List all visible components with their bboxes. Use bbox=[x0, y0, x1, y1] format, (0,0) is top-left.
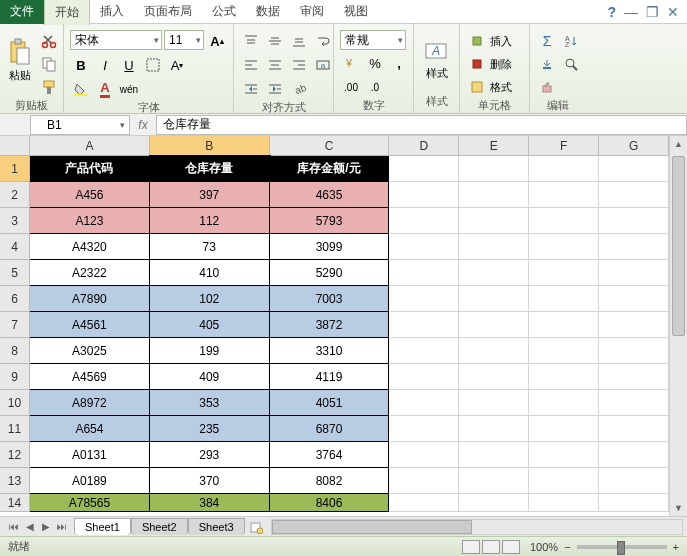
fill-button[interactable] bbox=[536, 53, 558, 75]
copy-button[interactable] bbox=[38, 53, 60, 75]
cell-D4[interactable] bbox=[389, 234, 459, 260]
cell-G6[interactable] bbox=[599, 286, 669, 312]
row-header-14[interactable]: 14 bbox=[0, 494, 30, 512]
col-header-F[interactable]: F bbox=[529, 136, 599, 156]
cell-F12[interactable] bbox=[529, 442, 599, 468]
clear-button[interactable] bbox=[536, 76, 558, 98]
name-box[interactable]: B1 bbox=[30, 115, 130, 135]
tab-页面布局[interactable]: 页面布局 bbox=[134, 0, 202, 25]
sheet-nav-0[interactable]: ⏮ bbox=[6, 521, 22, 532]
cell-D14[interactable] bbox=[389, 494, 459, 512]
cell-B4[interactable]: 73 bbox=[150, 234, 270, 260]
cell-E14[interactable] bbox=[459, 494, 529, 512]
cell-G1[interactable] bbox=[599, 156, 669, 182]
align-middle-button[interactable] bbox=[264, 30, 286, 52]
decrease-decimal-button[interactable]: .0 bbox=[364, 76, 386, 98]
cell-B10[interactable]: 353 bbox=[150, 390, 270, 416]
cell-B14[interactable]: 384 bbox=[150, 494, 270, 512]
cell-C4[interactable]: 3099 bbox=[270, 234, 390, 260]
font-size-select[interactable]: 11 bbox=[164, 30, 204, 50]
fx-icon[interactable]: fx bbox=[130, 118, 156, 132]
cell-C5[interactable]: 5290 bbox=[270, 260, 390, 286]
close-icon[interactable]: ✕ bbox=[667, 4, 679, 20]
view-normal-button[interactable] bbox=[462, 540, 480, 554]
row-header-3[interactable]: 3 bbox=[0, 208, 30, 234]
col-header-E[interactable]: E bbox=[459, 136, 529, 156]
view-pagebreak-button[interactable] bbox=[502, 540, 520, 554]
find-button[interactable] bbox=[560, 53, 582, 75]
col-header-D[interactable]: D bbox=[389, 136, 459, 156]
tab-file[interactable]: 文件 bbox=[0, 0, 44, 24]
cell-E1[interactable] bbox=[459, 156, 529, 182]
cell-F11[interactable] bbox=[529, 416, 599, 442]
col-header-B[interactable]: B bbox=[150, 136, 270, 156]
cell-C7[interactable]: 3872 bbox=[270, 312, 390, 338]
cell-B7[interactable]: 405 bbox=[150, 312, 270, 338]
cell-C11[interactable]: 6870 bbox=[270, 416, 390, 442]
cell-F8[interactable] bbox=[529, 338, 599, 364]
zoom-in-button[interactable]: + bbox=[673, 541, 679, 553]
cell-C6[interactable]: 7003 bbox=[270, 286, 390, 312]
cell-F10[interactable] bbox=[529, 390, 599, 416]
cell-D9[interactable] bbox=[389, 364, 459, 390]
row-header-1[interactable]: 1 bbox=[0, 156, 30, 182]
formula-input[interactable]: 仓库存量 bbox=[156, 115, 687, 135]
cell-A4[interactable]: A4320 bbox=[30, 234, 150, 260]
cell-D2[interactable] bbox=[389, 182, 459, 208]
align-right-button[interactable] bbox=[288, 54, 310, 76]
font-color-button[interactable]: A bbox=[94, 78, 116, 100]
cell-B12[interactable]: 293 bbox=[150, 442, 270, 468]
cell-C10[interactable]: 4051 bbox=[270, 390, 390, 416]
sheet-nav-1[interactable]: ◀ bbox=[22, 521, 38, 532]
cell-A13[interactable]: A0189 bbox=[30, 468, 150, 494]
cell-G10[interactable] bbox=[599, 390, 669, 416]
cell-B6[interactable]: 102 bbox=[150, 286, 270, 312]
cell-D6[interactable] bbox=[389, 286, 459, 312]
cell-G11[interactable] bbox=[599, 416, 669, 442]
cell-C2[interactable]: 4635 bbox=[270, 182, 390, 208]
cell-D8[interactable] bbox=[389, 338, 459, 364]
cell-C3[interactable]: 5793 bbox=[270, 208, 390, 234]
cell-G5[interactable] bbox=[599, 260, 669, 286]
underline-button[interactable]: U bbox=[118, 54, 140, 76]
row-header-9[interactable]: 9 bbox=[0, 364, 30, 390]
tab-插入[interactable]: 插入 bbox=[90, 0, 134, 25]
sheet-tab-Sheet3[interactable]: Sheet3 bbox=[188, 518, 245, 535]
align-center-button[interactable] bbox=[264, 54, 286, 76]
hscroll-thumb[interactable] bbox=[272, 520, 472, 534]
cells-area[interactable]: 产品代码仓库存量库存金额/元A4563974635A1231125793A432… bbox=[30, 156, 669, 516]
cell-G13[interactable] bbox=[599, 468, 669, 494]
tab-开始[interactable]: 开始 bbox=[44, 0, 90, 25]
cell-A5[interactable]: A2322 bbox=[30, 260, 150, 286]
orientation-button[interactable]: ab bbox=[288, 78, 310, 100]
cell-E2[interactable] bbox=[459, 182, 529, 208]
cell-B3[interactable]: 112 bbox=[150, 208, 270, 234]
scroll-down-icon[interactable]: ▼ bbox=[670, 500, 687, 516]
tab-视图[interactable]: 视图 bbox=[334, 0, 378, 25]
row-header-10[interactable]: 10 bbox=[0, 390, 30, 416]
increase-indent-button[interactable] bbox=[264, 78, 286, 100]
cell-C8[interactable]: 3310 bbox=[270, 338, 390, 364]
shrink-font-button[interactable]: A▾ bbox=[166, 54, 188, 76]
cell-A2[interactable]: A456 bbox=[30, 182, 150, 208]
cell-E3[interactable] bbox=[459, 208, 529, 234]
insert-label[interactable]: 插入 bbox=[490, 34, 512, 49]
merge-button[interactable]: a bbox=[312, 54, 334, 76]
currency-button[interactable]: ¥ bbox=[340, 52, 362, 74]
cell-E11[interactable] bbox=[459, 416, 529, 442]
cell-F4[interactable] bbox=[529, 234, 599, 260]
autosum-button[interactable]: Σ bbox=[536, 30, 558, 52]
scroll-thumb[interactable] bbox=[672, 156, 685, 336]
cell-D12[interactable] bbox=[389, 442, 459, 468]
align-left-button[interactable] bbox=[240, 54, 262, 76]
cell-C9[interactable]: 4119 bbox=[270, 364, 390, 390]
cell-B8[interactable]: 199 bbox=[150, 338, 270, 364]
format-painter-button[interactable] bbox=[38, 76, 60, 98]
cell-D10[interactable] bbox=[389, 390, 459, 416]
cell-B5[interactable]: 410 bbox=[150, 260, 270, 286]
cell-F14[interactable] bbox=[529, 494, 599, 512]
tab-数据[interactable]: 数据 bbox=[246, 0, 290, 25]
row-header-5[interactable]: 5 bbox=[0, 260, 30, 286]
cell-D13[interactable] bbox=[389, 468, 459, 494]
row-header-11[interactable]: 11 bbox=[0, 416, 30, 442]
